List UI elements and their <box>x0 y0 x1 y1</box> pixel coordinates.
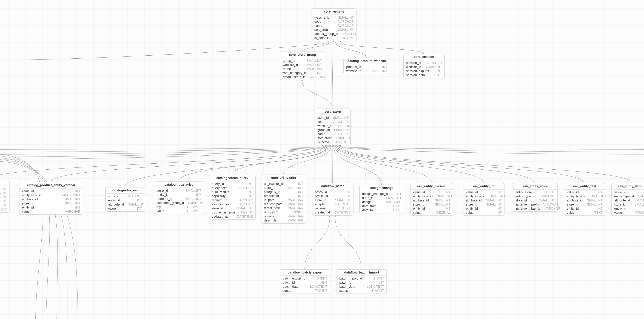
column-type: INT <box>446 190 450 194</box>
column-type: SMALLINT <box>638 194 644 198</box>
diagram-canvas[interactable]: core_websitewebsite_idSMALLINTcodeVARCHA… <box>0 0 644 319</box>
column-type: INT <box>598 190 602 194</box>
column-name: value <box>157 209 164 213</box>
column-row: entity_type_idSMALLINT <box>513 194 557 198</box>
entity-core_website[interactable]: core_websitewebsite_idSMALLINTcodeVARCHA… <box>312 8 356 41</box>
column-name: store_id <box>362 196 374 200</box>
column-name: batch_id <box>283 281 295 284</box>
entity-catalogindex_price[interactable]: catalogindex_pricestore_idSMALLINTentity… <box>154 182 204 214</box>
entity-catalog_product_website[interactable]: catalog_product_websiteproduct_idINTwebs… <box>344 58 390 74</box>
column-row: entity_type_idMEDIUMINT <box>20 193 83 198</box>
column-row: valueTEXT <box>564 211 605 215</box>
entity-catalog_product_entity_text_partial[interactable]: xtINTMEDIUMINTSMALLINTSMALLINTINTTEXT <box>0 180 10 212</box>
column-row: group_idSMALLINT <box>315 128 350 132</box>
column-row: store_idSMALLINT <box>513 198 557 202</box>
column-type: VARCHAR <box>634 211 644 214</box>
column-type: BIGINT <box>373 277 384 280</box>
column-type: SMALLINT <box>237 206 253 210</box>
column-name: batch_id <box>339 281 352 284</box>
entity-core_store[interactable]: core_storestore_idSMALLINTcodeVARCHARweb… <box>314 108 351 145</box>
entity-columns: design_change_idINTstore_idSMALLINTdesig… <box>360 191 404 213</box>
entity-eav_entity_store[interactable]: eav_entity_storeentity_store_idINTentity… <box>513 183 558 212</box>
column-name: attribute_id <box>22 198 38 201</box>
column-row: session_idVARCHAR <box>404 61 444 65</box>
column-name: entity_type_id <box>567 194 586 198</box>
column-type: SMALLINT <box>540 194 555 198</box>
column-name: store_id <box>567 203 578 206</box>
entity-eav_entity_int[interactable]: eav_entity_intvalue_idINTentity_type_idS… <box>463 183 504 216</box>
entity-dataflow_batch_export[interactable]: dataflow_batch_exportbatch_export_idBIGI… <box>280 269 330 294</box>
column-row: attribute_idSMALLINT <box>410 198 453 202</box>
column-type: INT <box>437 69 442 73</box>
column-row: value_idINT <box>464 190 504 194</box>
entity-core_session[interactable]: core_sessionsession_idVARCHARwebsite_idS… <box>403 54 445 78</box>
column-name: name <box>283 67 291 71</box>
column-type: INT <box>382 65 387 69</box>
entity-title: eav_entity_decimal <box>410 184 453 190</box>
column-type: INT <box>75 190 80 193</box>
column-type: SMALLINT <box>486 198 502 202</box>
column-row: is_defaultTINYINT <box>312 36 356 40</box>
entity-columns: session_idVARCHARwebsite_idSMALLINTsessi… <box>404 60 444 78</box>
column-row: num_resultsINT <box>209 190 255 194</box>
entity-core_url_rewrite[interactable]: core_url_rewriteurl_rewrite_idINTstore_i… <box>261 174 306 224</box>
column-row: batch_dataLONGTEXT <box>337 285 386 289</box>
entity-eav_entity_decimal[interactable]: eav_entity_decimalvalue_idINTentity_type… <box>410 183 453 216</box>
column-name: value <box>22 210 30 214</box>
column-type: BIGINT <box>317 277 327 280</box>
entity-eav_entity_text[interactable]: eav_entity_textvalue_idINTentity_type_id… <box>564 183 606 216</box>
column-type: VARCHAR <box>288 206 303 210</box>
entity-core_store_group[interactable]: core_store_groupgroup_idSMALLINTwebsite_… <box>280 52 325 80</box>
column-type: MEDIUMINT <box>0 191 7 195</box>
column-type: DATE <box>393 204 402 208</box>
column-type: SMALLINT <box>188 201 204 205</box>
column-name: params <box>315 206 326 210</box>
column-name: is_system <box>264 210 278 214</box>
entity-catalog_product_entity_varchar[interactable]: catalog_product_entity_varcharvalue_idIN… <box>19 182 83 215</box>
column-type: TEXT <box>434 73 442 77</box>
column-type: SMALLINT <box>386 196 402 200</box>
column-row: session_dataTEXT <box>404 73 444 77</box>
column-row: attribute_idSMALLINT <box>464 198 504 202</box>
column-name: created_at <box>315 211 330 214</box>
column-name: increment_last_id <box>516 207 540 210</box>
column-row: descriptionVARCHAR <box>262 218 306 222</box>
entity-columns: url_rewrite_idINTstore_idSMALLINTcategor… <box>262 181 306 223</box>
entity-catalogsearch_query[interactable]: catalogsearch_queryquery_idINTquery_text… <box>209 175 256 220</box>
column-row: store_idSMALLINT <box>410 202 453 206</box>
entity-title: core_store_group <box>280 52 325 58</box>
column-name: store_id <box>318 116 329 120</box>
column-row: value_idINT <box>612 190 644 194</box>
column-type: SMALLINT <box>372 69 387 73</box>
entity-catalogindex_eav[interactable]: catalogindex_eavstore_idSMALLINTentity_i… <box>105 187 145 212</box>
column-row: request_pathVARCHAR <box>262 202 306 206</box>
column-type: TEXT <box>594 211 602 214</box>
column-row: entity_idINT <box>410 206 453 211</box>
column-name: status <box>283 289 291 292</box>
column-name: value <box>108 207 116 210</box>
column-name: attribute_id <box>466 198 482 202</box>
column-row: entity_idINT <box>154 193 204 197</box>
column-name: entity_id <box>157 193 168 197</box>
column-name: description <box>264 219 279 222</box>
column-type: SMALLINT <box>587 203 602 206</box>
entity-dataflow_batch[interactable]: dataflow_batchbatch_idINTprofile_idINTst… <box>312 183 354 216</box>
column-type: INT <box>248 190 253 194</box>
column-row: customer_group_idSMALLINT <box>154 201 204 205</box>
column-type: SMALLINT <box>65 198 80 201</box>
column-row: valueINT <box>464 211 504 215</box>
column-type: INT <box>322 281 327 284</box>
column-row: entity_type_idSMALLINT <box>564 194 605 198</box>
column-type: SMALLINT <box>337 124 352 128</box>
entity-eav_entity_varchar[interactable]: eav_entity_varcharvalue_idINTentity_type… <box>612 183 644 216</box>
column-name: store_id <box>466 203 477 206</box>
column-row: display_in_termsTINYINT <box>209 210 255 214</box>
entity-dataflow_batch_import[interactable]: dataflow_batch_importbatch_import_idBIGI… <box>336 269 387 294</box>
column-type: TEXT <box>342 206 351 210</box>
entity-columns: batch_export_idBIGINTbatch_idINTbatch_da… <box>280 276 330 294</box>
column-type: DATETIME <box>237 215 253 218</box>
entity-design_change[interactable]: design_changedesign_change_idINTstore_id… <box>359 185 404 213</box>
column-row: INT <box>0 204 9 208</box>
column-name: product_id <box>264 194 279 198</box>
column-name: value_id <box>413 190 425 194</box>
